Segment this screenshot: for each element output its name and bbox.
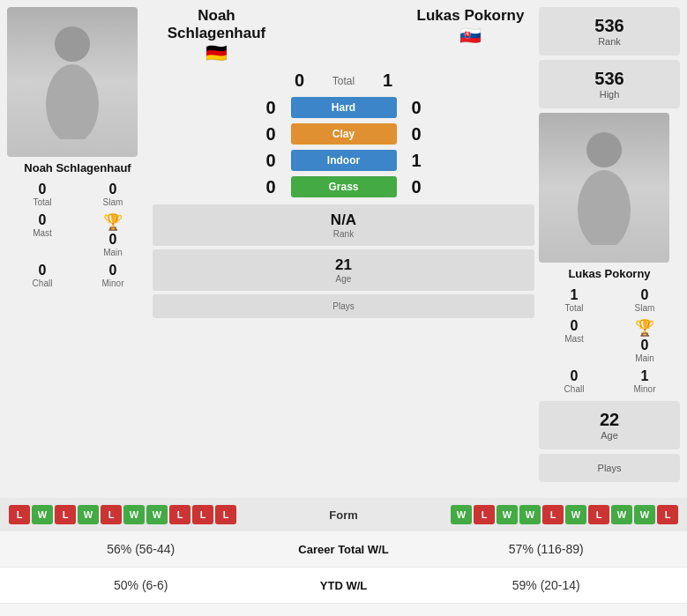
- right-mast-value: 0: [541, 318, 608, 334]
- left-form-badge: L: [215, 505, 236, 524]
- left-main-cell: 🏆 0 Main: [78, 210, 148, 260]
- left-form-badge: L: [101, 505, 122, 524]
- right-main-cell: 🏆 0 Main: [609, 315, 680, 366]
- right-rank-label: Rank: [548, 36, 671, 47]
- stats-row-center: Career Total W/L: [273, 543, 414, 556]
- clay-row: 0 Clay 0: [153, 123, 534, 145]
- right-main-value: 0: [611, 338, 678, 353]
- hard-row: 0 Hard 0: [153, 97, 534, 118]
- top-section: Noah Schlagenhauf 0 Total 0 Slam 0 Mast …: [0, 0, 687, 486]
- svg-point-2: [586, 132, 622, 167]
- left-total-label: Total: [9, 197, 76, 207]
- main-container: Noah Schlagenhauf 0 Total 0 Slam 0 Mast …: [0, 0, 687, 616]
- total-score-row: 0 Total 1: [153, 71, 534, 91]
- left-total-cell: 0 Total: [7, 179, 78, 210]
- left-player-name: Noah Schlagenhauf: [7, 161, 148, 174]
- indoor-row: 0 Indoor 1: [153, 150, 534, 171]
- right-form-badge: W: [451, 505, 472, 524]
- left-form-badge: L: [9, 505, 30, 524]
- clay-score-left: 0: [260, 124, 282, 145]
- total-score-left: 0: [288, 71, 310, 91]
- right-minor-label: Minor: [611, 384, 678, 394]
- left-mast-value: 0: [9, 212, 76, 228]
- left-main-value: 0: [79, 232, 146, 248]
- left-slam-value: 0: [79, 182, 146, 197]
- plays-box: Plays: [153, 294, 534, 318]
- left-total-value: 0: [9, 182, 76, 197]
- right-slam-value: 0: [611, 287, 678, 303]
- right-form-badges: WLWWLWLWWL: [397, 505, 679, 524]
- center-panel: Noah Schlagenhauf 🇩🇪 Lukas Pokorny 🇸🇰 0 …: [153, 7, 534, 486]
- right-total-label: Total: [541, 303, 608, 313]
- right-player-panel: 536 Rank 536 High Lukas Pokorny 1 Total: [539, 7, 680, 486]
- right-trophy-icon: 🏆: [635, 319, 654, 337]
- right-chall-label: Chall: [541, 384, 608, 394]
- right-player-name: Lukas Pokorny: [539, 267, 680, 280]
- right-total-cell: 1 Total: [539, 285, 609, 315]
- hard-badge: Hard: [291, 97, 397, 118]
- right-form-badge: L: [657, 505, 678, 524]
- left-name-center: Noah Schlagenhauf: [153, 7, 280, 42]
- stats-row-left: 50% (6-6): [9, 578, 273, 592]
- left-slam-label: Slam: [79, 197, 146, 207]
- stats-row-center: YTD W/L: [273, 579, 414, 592]
- right-form-badge: L: [588, 505, 609, 524]
- left-chall-value: 0: [9, 263, 76, 278]
- age-label: Age: [156, 274, 531, 284]
- mid-info-boxes: N/A Rank 21 Age Plays: [153, 204, 534, 322]
- right-high-box: 536 High: [539, 60, 680, 108]
- right-age-box: 22 Age: [539, 401, 680, 449]
- svg-point-3: [578, 170, 631, 245]
- total-score-right: 1: [377, 71, 399, 91]
- clay-score-right: 0: [406, 124, 428, 145]
- right-plays-box: Plays: [539, 454, 680, 482]
- left-chall-cell: 0 Chall: [7, 260, 78, 291]
- grass-row: 0 Grass 0: [153, 176, 534, 197]
- svg-point-1: [46, 64, 99, 139]
- left-form-badge: W: [123, 505, 145, 524]
- hard-score-left: 0: [260, 98, 282, 118]
- left-trophy-icon: 🏆: [103, 213, 123, 231]
- right-age-label: Age: [548, 430, 671, 441]
- indoor-score-left: 0: [260, 151, 282, 171]
- grass-score-left: 0: [260, 177, 282, 197]
- right-form-badge: L: [474, 505, 495, 524]
- gap1: [0, 486, 687, 491]
- left-flag: 🇩🇪: [153, 42, 280, 63]
- right-slam-label: Slam: [611, 303, 678, 313]
- right-chall-value: 0: [541, 368, 608, 384]
- right-flag: 🇸🇰: [407, 25, 534, 46]
- form-section: LWLWLWWLLL Form WLWWLWLWWL: [0, 498, 687, 531]
- right-main-label: Main: [611, 353, 678, 363]
- right-player-stats: 1 Total 0 Slam 0 Mast 🏆 0 Main 0: [539, 285, 680, 397]
- right-rank-box: 536 Rank: [539, 7, 680, 56]
- total-label: Total: [319, 75, 368, 87]
- form-label: Form: [291, 508, 397, 522]
- right-high-value: 536: [548, 69, 671, 89]
- left-player-silhouette: [37, 25, 108, 139]
- stats-row: 56% (56-44)Career Total W/L57% (116-89): [0, 531, 687, 568]
- hard-score-right: 0: [406, 98, 428, 118]
- right-high-label: High: [548, 89, 671, 100]
- svg-point-0: [55, 26, 90, 62]
- right-total-value: 1: [541, 287, 608, 303]
- plays-label: Plays: [156, 301, 531, 311]
- left-form-badge: L: [192, 505, 213, 524]
- right-form-badge: L: [542, 505, 564, 524]
- right-player-photo: [539, 113, 669, 263]
- rank-label: Rank: [156, 229, 531, 239]
- grass-score-right: 0: [406, 177, 428, 197]
- right-slam-cell: 0 Slam: [609, 285, 680, 315]
- left-player-panel: Noah Schlagenhauf 0 Total 0 Slam 0 Mast …: [7, 7, 148, 486]
- right-minor-value: 1: [611, 368, 678, 384]
- left-form-badge: W: [78, 505, 99, 524]
- right-mast-label: Mast: [541, 334, 608, 344]
- stats-row: 50% (6-6)YTD W/L59% (20-14): [0, 568, 687, 604]
- right-player-silhouette: [569, 130, 639, 245]
- right-form-badge: W: [634, 505, 655, 524]
- stats-row-right: 59% (20-14): [414, 578, 679, 592]
- indoor-badge: Indoor: [291, 150, 397, 171]
- right-chall-cell: 0 Chall: [539, 366, 609, 397]
- right-form-badge: W: [611, 505, 632, 524]
- rank-box: N/A Rank: [153, 204, 534, 246]
